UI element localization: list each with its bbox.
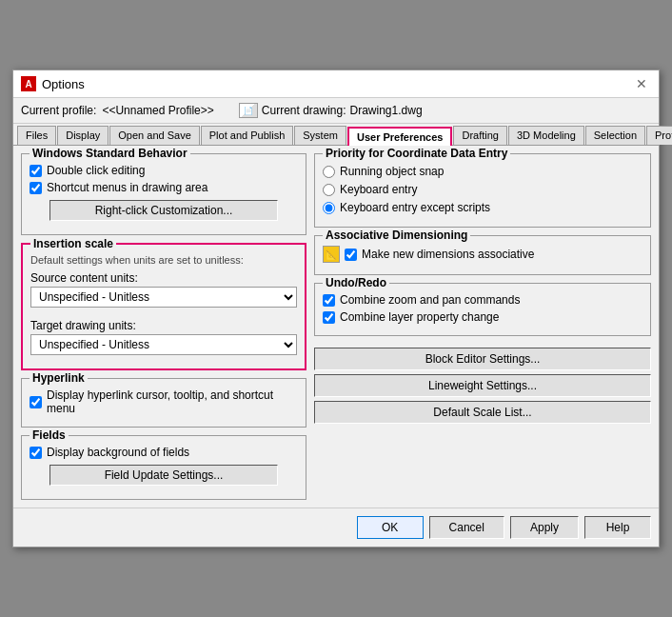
right-panel: Priority for Coordinate Data Entry Runni… [314, 153, 651, 500]
source-label: Source content units: [30, 271, 297, 285]
current-profile-label: Current profile: [21, 104, 96, 117]
undo-redo-group: Undo/Redo Combine zoom and pan commands … [314, 283, 651, 336]
double-click-checkbox[interactable] [30, 165, 42, 177]
hyperlink-content: Display hyperlink cursor, tooltip, and s… [30, 388, 298, 415]
app-icon: A [21, 76, 36, 91]
combine-layer-row[interactable]: Combine layer property change [323, 310, 642, 324]
radio-keyboard-input[interactable] [323, 184, 335, 196]
windows-group-content: Double click editing Shortcut menus in d… [30, 164, 298, 221]
target-label: Target drawing units: [30, 319, 297, 332]
radio-keyboard[interactable]: Keyboard entry [323, 183, 642, 196]
make-new-dim-label: Make new dimensions associative [362, 248, 534, 261]
shortcut-menus-label: Shortcut menus in drawing area [47, 181, 208, 194]
tab-drafting[interactable]: Drafting [453, 126, 507, 145]
tab-plot-publish[interactable]: Plot and Publish [201, 126, 294, 145]
apply-button[interactable]: Apply [510, 516, 579, 539]
close-button[interactable]: ✕ [632, 76, 651, 91]
display-hyperlink-checkbox[interactable] [30, 396, 42, 408]
priority-group-title: Priority for Coordinate Data Entry [323, 147, 510, 160]
priority-group: Priority for Coordinate Data Entry Runni… [314, 153, 651, 228]
insertion-scale-title: Insertion scale [30, 237, 116, 250]
display-hyperlink-row[interactable]: Display hyperlink cursor, tooltip, and s… [30, 388, 298, 415]
associative-content: 📐 Make new dimensions associative [323, 246, 642, 263]
source-section: Source content units: Unspecified - Unit… [30, 271, 297, 313]
ok-button[interactable]: OK [357, 516, 424, 539]
display-background-label: Display background of fields [47, 446, 189, 459]
current-drawing-section: 📄 Current drawing: Drawing1.dwg [239, 103, 423, 118]
target-section: Target drawing units: Unspecified - Unit… [30, 319, 297, 361]
drawing-name: Drawing1.dwg [350, 104, 423, 117]
assoc-row: 📐 Make new dimensions associative [323, 246, 642, 263]
field-update-settings-button[interactable]: Field Update Settings... [49, 465, 278, 486]
tab-user-preferences[interactable]: User Preferences [347, 127, 453, 146]
insertion-scale-group: Insertion scale Default settings when un… [21, 243, 306, 370]
tabs-row: Files Display Open and Save Plot and Pub… [13, 124, 659, 146]
windows-group-title: Windows Standard Behavior [30, 147, 190, 160]
tab-3d-modeling[interactable]: 3D Modeling [508, 126, 584, 145]
shortcut-menus-checkbox[interactable] [30, 182, 42, 194]
double-click-label: Double click editing [47, 164, 145, 177]
tab-system[interactable]: System [294, 126, 346, 145]
insertion-scale-subtitle: Default settings when units are set to u… [30, 254, 297, 266]
tab-selection[interactable]: Selection [585, 126, 645, 145]
profile-name: <<Unnamed Profile>> [102, 104, 213, 117]
radio-running-snap-input[interactable] [323, 166, 335, 178]
combine-layer-label: Combine layer property change [340, 310, 499, 324]
assoc-icon: 📐 [323, 246, 340, 263]
make-new-dim-row[interactable]: Make new dimensions associative [345, 248, 534, 261]
tab-files[interactable]: Files [17, 126, 56, 145]
windows-group: Windows Standard Behavior Double click e… [21, 153, 306, 235]
fields-content: Display background of fields Field Updat… [30, 446, 298, 486]
current-drawing-label: Current drawing: [262, 104, 346, 117]
main-content: Windows Standard Behavior Double click e… [13, 146, 659, 508]
lineweight-settings-button[interactable]: Lineweight Settings... [314, 374, 651, 397]
right-click-customization-button[interactable]: Right-click Customization... [49, 200, 278, 221]
left-panel: Windows Standard Behavior Double click e… [21, 153, 306, 500]
double-click-row[interactable]: Double click editing [30, 164, 298, 177]
insertion-scale-content: Default settings when units are set to u… [30, 254, 297, 361]
shortcut-menus-row[interactable]: Shortcut menus in drawing area [30, 181, 298, 194]
radio-keyboard-except-input[interactable] [323, 202, 335, 214]
associative-group: Associative Dimensioning 📐 Make new dime… [314, 235, 651, 275]
footer: OK Cancel Apply Help [13, 508, 659, 547]
make-new-dim-checkbox[interactable] [345, 249, 357, 261]
combine-layer-checkbox[interactable] [323, 311, 335, 324]
undo-redo-content: Combine zoom and pan commands Combine la… [323, 293, 642, 324]
target-units-select[interactable]: Unspecified - Unitless [30, 334, 297, 355]
profile-bar: Current profile: <<Unnamed Profile>> 📄 C… [13, 98, 659, 124]
dialog-title: Options [42, 77, 85, 91]
drawing-icon: 📄 [239, 103, 258, 118]
tab-open-save[interactable]: Open and Save [109, 126, 199, 145]
display-background-checkbox[interactable] [30, 447, 42, 459]
radio-keyboard-except[interactable]: Keyboard entry except scripts [323, 201, 642, 214]
right-buttons: Block Editor Settings... Lineweight Sett… [314, 348, 651, 424]
tab-profiles[interactable]: Profiles [646, 126, 672, 145]
title-bar-left: A Options [21, 76, 85, 91]
associative-title: Associative Dimensioning [323, 229, 470, 242]
combine-zoom-row[interactable]: Combine zoom and pan commands [323, 293, 642, 307]
combine-zoom-checkbox[interactable] [323, 294, 335, 307]
hyperlink-group: Hyperlink Display hyperlink cursor, tool… [21, 378, 306, 428]
undo-redo-title: Undo/Redo [323, 276, 389, 289]
priority-group-content: Running object snap Keyboard entry Keybo… [323, 165, 642, 214]
source-units-select[interactable]: Unspecified - Unitless [30, 287, 297, 308]
help-button[interactable]: Help [584, 516, 651, 539]
fields-group: Fields Display background of fields Fiel… [21, 435, 306, 500]
combine-zoom-label: Combine zoom and pan commands [340, 293, 520, 307]
title-bar: A Options ✕ [13, 70, 659, 98]
cancel-button[interactable]: Cancel [429, 516, 504, 539]
radio-keyboard-except-label: Keyboard entry except scripts [340, 201, 490, 214]
block-editor-settings-button[interactable]: Block Editor Settings... [314, 348, 651, 370]
hyperlink-title: Hyperlink [30, 371, 88, 385]
radio-keyboard-label: Keyboard entry [340, 183, 417, 196]
default-scale-list-button[interactable]: Default Scale List... [314, 401, 651, 424]
tab-display[interactable]: Display [57, 126, 109, 145]
display-hyperlink-label: Display hyperlink cursor, tooltip, and s… [47, 388, 298, 415]
fields-title: Fields [30, 428, 69, 442]
options-dialog: A Options ✕ Current profile: <<Unnamed P… [12, 70, 660, 547]
radio-running-snap-label: Running object snap [340, 165, 444, 178]
radio-running-snap[interactable]: Running object snap [323, 165, 642, 178]
display-background-row[interactable]: Display background of fields [30, 446, 298, 459]
